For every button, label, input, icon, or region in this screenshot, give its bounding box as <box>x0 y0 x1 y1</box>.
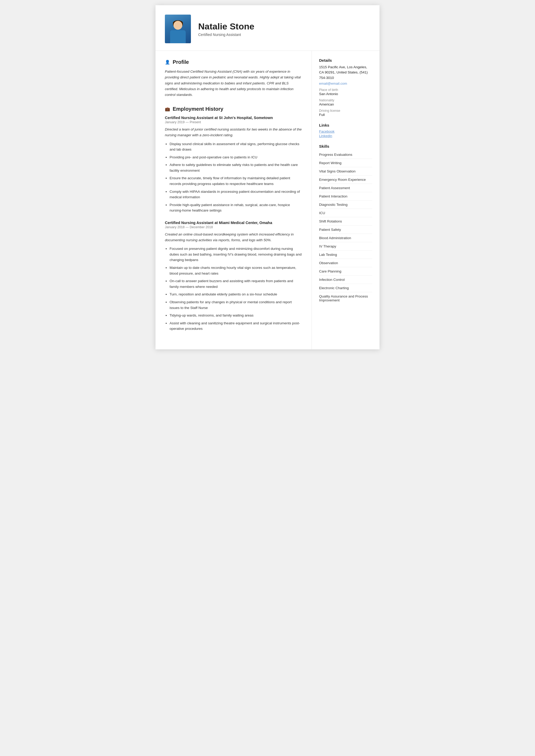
skill-item: Infection Control <box>319 276 372 284</box>
bullet-item: Observing patients for any changes in ph… <box>170 299 302 311</box>
skill-item: Blood Administration <box>319 234 372 242</box>
skill-item: Progress Evaluations <box>319 151 372 159</box>
avatar <box>165 14 191 43</box>
header-info: Natalie Stone Certified Nursing Assistan… <box>198 21 367 37</box>
job-bullets-2: Focused on preserving patient dignity an… <box>165 246 302 332</box>
left-column: 👤 Profile Patient-focused Certified Nurs… <box>155 51 312 350</box>
skill-item: Lab Testing <box>319 251 372 259</box>
skill-item: Report Writing <box>319 159 372 167</box>
bullet-item: Providing pre- and post-operative care t… <box>170 154 302 160</box>
profile-icon: 👤 <box>165 60 170 65</box>
employment-section: 💼 Employment History Certified Nursing A… <box>165 106 302 332</box>
bullet-item: Turn, reposition and ambulate elderly pa… <box>170 292 302 297</box>
skill-item: Care Planning <box>319 267 372 276</box>
detail-address: 1515 Pacific Ave, Los Angeles, CA 90291,… <box>319 65 372 80</box>
skills-section: Skills Progress Evaluations Report Writi… <box>319 144 372 304</box>
details-title: Details <box>319 58 372 63</box>
employment-section-title: 💼 Employment History <box>165 106 302 112</box>
right-column: Details 1515 Pacific Ave, Los Angeles, C… <box>312 51 380 350</box>
bullet-item: On-call to answer patient buzzers and as… <box>170 278 302 290</box>
driving-label: Driving license <box>319 109 372 113</box>
skill-item: ICU <box>319 209 372 217</box>
resume-container: Natalie Stone Certified Nursing Assistan… <box>155 5 380 350</box>
skill-item: Vital Signs Observation <box>319 167 372 176</box>
place-of-birth-label: Place of birth <box>319 88 372 92</box>
job-title-2: Certified Nursing Assistant at Miami Med… <box>165 221 302 225</box>
nationality-value: American <box>319 102 372 106</box>
bullet-item: Assist with cleaning and sanitizing thea… <box>170 321 302 332</box>
skill-item: Patient Interaction <box>319 192 372 201</box>
bullet-item: Tidying-up wards, restrooms, and family … <box>170 313 302 318</box>
links-section: Links Facebook Linkedin <box>319 123 372 138</box>
link-linkedin[interactable]: Linkedin <box>319 134 372 138</box>
skill-item: IV Therapy <box>319 242 372 251</box>
job-desc-2: Created an online cloud-based recordkeep… <box>165 232 302 243</box>
links-title: Links <box>319 123 372 127</box>
profile-section: 👤 Profile Patient-focused Certified Nurs… <box>165 59 302 98</box>
skill-item: Observation <box>319 259 372 267</box>
skill-item: Emergency Room Experience <box>319 176 372 184</box>
skill-item: Electronic Charting <box>319 284 372 292</box>
profile-section-title: 👤 Profile <box>165 59 302 65</box>
skill-item: Shift Rotations <box>319 217 372 226</box>
skill-item: Patient Safety <box>319 226 372 234</box>
job-block-2: Certified Nursing Assistant at Miami Med… <box>165 221 302 332</box>
bullet-item: Display sound clinical skills in assessm… <box>170 141 302 153</box>
driving-value: Full <box>319 113 372 117</box>
main-content: 👤 Profile Patient-focused Certified Nurs… <box>155 51 380 350</box>
profile-text: Patient-focused Certified Nursing Assist… <box>165 69 302 98</box>
bullet-item: Maintain up to date charts recording hou… <box>170 265 302 276</box>
detail-email: email@email.com <box>319 82 372 85</box>
job-bullets-1: Display sound clinical skills in assessm… <box>165 141 302 213</box>
job-desc-1: Directed a team of junior certified nurs… <box>165 126 302 138</box>
details-section: Details 1515 Pacific Ave, Los Angeles, C… <box>319 58 372 117</box>
employment-icon: 💼 <box>165 106 170 111</box>
bullet-item: Provide high-quality patient assistance … <box>170 202 302 213</box>
bullet-item: Ensure the accurate, timely flow of info… <box>170 175 302 186</box>
job-block-1: Certified Nursing Assistant at St John's… <box>165 116 302 213</box>
skill-item: Diagnostic Testing <box>319 201 372 209</box>
bullet-item: Comply with HIPAA standards in processin… <box>170 189 302 200</box>
job-dates-1: January 2019 — Present <box>165 120 302 124</box>
skills-title: Skills <box>319 144 372 149</box>
candidate-name: Natalie Stone <box>198 21 367 32</box>
place-of-birth-value: San Antonio <box>319 92 372 96</box>
nationality-label: Nationality <box>319 98 372 102</box>
bullet-item: Adhere to safety guidelines to eliminate… <box>170 162 302 173</box>
job-dates-2: January 2018 — December 2018 <box>165 225 302 229</box>
skill-item: Quality Assurance and Process Improvemen… <box>319 292 372 304</box>
bullet-item: Focused on preserving patient dignity an… <box>170 246 302 263</box>
header-section: Natalie Stone Certified Nursing Assistan… <box>155 5 380 51</box>
candidate-title: Certified Nursing Assistant <box>198 33 367 37</box>
skill-item: Patient Assessment <box>319 184 372 192</box>
link-facebook[interactable]: Facebook <box>319 129 372 133</box>
job-title-1: Certified Nursing Assistant at St John's… <box>165 116 302 120</box>
